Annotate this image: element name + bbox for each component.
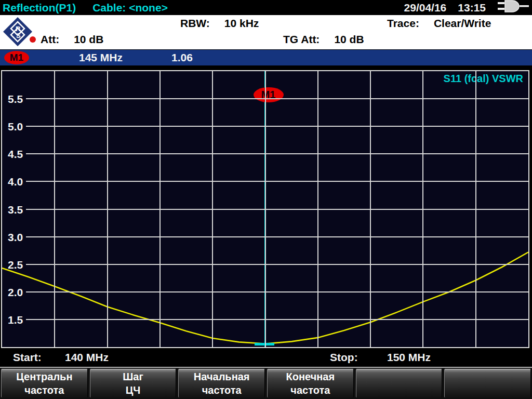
marker-m1-badge[interactable]: M1 xyxy=(4,51,29,64)
marker-position-indicator[interactable] xyxy=(255,343,274,345)
y-axis-tick-label: 3.0 xyxy=(2,231,24,242)
grid-hline xyxy=(26,236,528,237)
grid-hline xyxy=(26,291,528,292)
softkey-start-frequency[interactable]: Начальнаячастота xyxy=(178,369,265,397)
trace-label: Trace: xyxy=(387,17,419,29)
frequency-range-bar: Start: 140 MHz Stop: 150 MHz xyxy=(0,350,532,366)
measurement-chart: M1 S11 (fcal) VSWR 5.55.04.54.03.53.02.5… xyxy=(1,70,529,348)
att-label: Att: xyxy=(41,33,59,46)
y-axis-tick-label: 5.0 xyxy=(2,121,24,132)
softkey-bar: Центральнчастота ШагЦЧ Начальнаячастота … xyxy=(0,367,532,399)
softkey-empty-6[interactable] xyxy=(444,369,531,397)
grid-hline xyxy=(26,126,528,127)
rbw-value: 10 kHz xyxy=(224,17,259,29)
y-axis-tick-label: 2.5 xyxy=(2,259,24,270)
y-axis-tick-label: 4.0 xyxy=(2,176,24,187)
softkey-center-frequency[interactable]: Центральнчастота xyxy=(1,369,88,397)
cable-setting: Cable: <none> xyxy=(92,2,168,14)
rohde-schwarz-logo: R S xyxy=(3,17,33,49)
grid-hline xyxy=(26,181,528,182)
tg-att-value: 10 dB xyxy=(334,33,364,45)
grid-hline xyxy=(26,209,528,210)
softkey-stop-frequency[interactable]: Конечнаячастота xyxy=(267,369,354,397)
analyzer-screen: Reflection(P1) Cable: <none> 29/04/16 13… xyxy=(0,0,532,399)
stop-frequency: 150 MHz xyxy=(387,351,431,364)
grid-hline xyxy=(26,98,528,99)
start-frequency: 140 MHz xyxy=(65,351,109,364)
stop-label: Stop: xyxy=(330,351,358,364)
trace-setting: Trace:Clear/Write xyxy=(387,17,491,30)
trace-value: Clear/Write xyxy=(434,17,491,29)
rbw-label: RBW: xyxy=(180,17,210,29)
y-axis-tick-label: 3.5 xyxy=(2,204,24,215)
grid-hline xyxy=(26,153,528,154)
svg-text:S: S xyxy=(16,32,21,39)
y-axis-tick-label: 5.5 xyxy=(2,94,24,104)
y-axis-tick-label: 1.5 xyxy=(2,314,24,325)
marker-value: 1.06 xyxy=(171,51,193,64)
tg-att-setting: TG Att:10 dB xyxy=(283,33,364,46)
softkey-empty-5[interactable] xyxy=(356,369,443,397)
att-indicator-dot xyxy=(30,36,36,43)
marker-m1-flag[interactable]: M1 xyxy=(254,87,284,102)
trace-annotation: S11 (fcal) VSWR xyxy=(444,73,523,85)
measurement-mode: Reflection(P1) xyxy=(3,2,76,14)
start-label: Start: xyxy=(13,351,42,364)
grid-hline xyxy=(26,264,528,265)
att-setting: Att:10 dB xyxy=(30,33,103,46)
grid-hline xyxy=(26,319,528,320)
marker-readout-bar: M1 145 MHz 1.06 xyxy=(0,50,532,65)
att-value: 10 dB xyxy=(74,33,103,46)
chart-grid-area: M1 S11 (fcal) VSWR 5.55.04.54.03.53.02.5… xyxy=(2,71,528,347)
settings-bar: R S RBW:10 kHz Trace:Clear/Write Att:10 … xyxy=(0,15,532,49)
y-axis-tick-label: 4.5 xyxy=(2,149,24,159)
ac-plug-icon xyxy=(497,0,529,16)
softkey-cf-step[interactable]: ШагЦЧ xyxy=(90,369,177,397)
rbw-setting: RBW:10 kHz xyxy=(180,17,259,30)
time: 13:15 xyxy=(458,2,486,14)
y-axis-tick-label: 2.0 xyxy=(2,286,24,297)
tg-att-label: TG Att: xyxy=(283,33,320,45)
date: 29/04/16 xyxy=(404,2,447,14)
title-bar: Reflection(P1) Cable: <none> 29/04/16 13… xyxy=(0,0,532,15)
marker-frequency: 145 MHz xyxy=(79,51,123,64)
